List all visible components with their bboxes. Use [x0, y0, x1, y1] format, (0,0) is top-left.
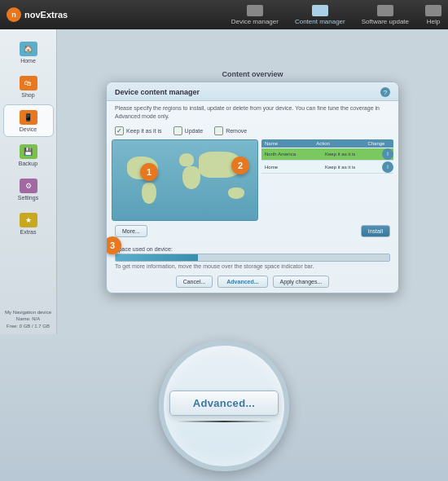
sidebar-settings-label: Settings	[18, 195, 38, 201]
callout-1: 1	[140, 163, 158, 181]
land-australia	[228, 188, 244, 199]
sidebar-extras-label: Extras	[20, 229, 37, 235]
callout-2: 2	[231, 157, 249, 174]
top-button-row: More... Install	[107, 223, 398, 240]
sidebar-item-settings[interactable]: ⚙ Settings	[3, 173, 54, 205]
backup-icon: 💾	[20, 144, 37, 159]
sidebar-home-label: Home	[20, 58, 36, 64]
device-icon: 📱	[20, 110, 37, 125]
dialog-subtitle: Please specify the regions to install, u…	[107, 101, 398, 124]
logo-icon: n	[7, 7, 21, 22]
nav-device-label: Device manager	[231, 18, 279, 25]
update-checkbox[interactable]	[173, 126, 182, 135]
update-label: Update	[185, 128, 204, 134]
remove-label: Remove	[226, 128, 247, 134]
space-bar-background	[115, 254, 390, 262]
nav-help-label: Help	[427, 18, 440, 25]
keep-label: Keep it as it is	[126, 128, 162, 134]
table-row: North America Keep it as it is i	[261, 148, 393, 161]
device-manager-icon	[247, 5, 263, 16]
app-name: novExtras	[24, 10, 68, 20]
magnifier-circle: Advanced...	[159, 341, 289, 471]
land-south-america	[142, 183, 156, 204]
software-update-icon	[377, 5, 393, 16]
col-change: Change	[364, 139, 393, 148]
cancel-button[interactable]: Cancel...	[176, 276, 213, 288]
more-button[interactable]: More...	[115, 225, 147, 237]
sidebar: 🏠 Home 🛍 Shop 📱 Device 💾 Backup ⚙ Settin…	[0, 29, 57, 334]
checkbox-row: Keep it as it is Update Remove	[107, 124, 398, 138]
help-icon	[425, 5, 441, 16]
shop-icon: 🛍	[20, 76, 37, 90]
install-button[interactable]: Install	[361, 225, 390, 237]
sidebar-item-shop[interactable]: 🛍 Shop	[3, 70, 54, 103]
checkbox-remove[interactable]: Remove	[214, 126, 247, 135]
sidebar-backup-label: Backup	[19, 161, 37, 166]
dialog-header: Device content manager ?	[107, 82, 398, 101]
nav-item-software-update[interactable]: Software update	[362, 5, 409, 25]
regions-table: Name Action Change North America Keep it…	[261, 139, 393, 221]
settings-icon: ⚙	[20, 179, 37, 193]
nav-content-label: Content manager	[295, 18, 345, 25]
row1-name: North America	[261, 150, 322, 158]
col-name: Name	[261, 139, 313, 148]
dialog-title: Device content manager	[115, 88, 200, 96]
sidebar-item-device[interactable]: 📱 Device	[3, 104, 54, 137]
device-info-title: My Navigation device	[5, 309, 51, 316]
keep-checkbox[interactable]	[115, 126, 124, 135]
home-icon: 🏠	[20, 42, 37, 56]
content-area: Content overview Device content manager …	[57, 29, 448, 334]
checkbox-update[interactable]: Update	[173, 126, 204, 135]
space-info: To get more information, move the mouse …	[115, 263, 390, 269]
row2-info-icon[interactable]: i	[382, 161, 393, 173]
space-label: Space used on device:	[115, 246, 390, 252]
device-info-line2: Free: 0 GB / 1.7 GB	[5, 323, 51, 329]
content-title: Content overview	[222, 70, 283, 78]
device-content-manager-dialog: Device content manager ? Please specify …	[106, 82, 399, 293]
col-action: Action	[313, 139, 364, 148]
magnified-advanced-button[interactable]: Advanced...	[169, 391, 279, 416]
table-header: Name Action Change	[261, 139, 393, 148]
sidebar-item-backup[interactable]: 💾 Backup	[3, 139, 54, 171]
row1-info-icon[interactable]: i	[382, 148, 393, 160]
row2-name: Home	[261, 163, 322, 171]
callout-3-wrapper: 3	[115, 243, 390, 246]
app-logo: n novExtras	[7, 7, 68, 22]
nav-software-label: Software update	[362, 18, 409, 25]
help-button[interactable]: ?	[380, 87, 390, 97]
row1-action: Keep it as it is	[322, 150, 382, 158]
magnified-separator	[176, 421, 272, 422]
top-navigation: n novExtras Device manager Content manag…	[0, 0, 448, 29]
device-info: My Navigation device Name: N/A Free: 0 G…	[2, 304, 55, 334]
magnified-section: Advanced...	[0, 334, 448, 481]
sidebar-item-home[interactable]: 🏠 Home	[3, 36, 54, 68]
nav-item-content-manager[interactable]: Content manager	[295, 5, 345, 25]
bottom-button-row: Cancel... Advanced... Apply changes...	[107, 272, 398, 293]
apply-changes-button[interactable]: Apply changes...	[273, 276, 330, 288]
table-row: Home Keep it as it is i	[261, 161, 393, 174]
content-manager-icon	[312, 5, 328, 16]
row2-action: Keep it as it is	[322, 163, 382, 171]
sidebar-shop-label: Shop	[21, 92, 34, 98]
space-section: 3 Space used on device: To get more info…	[107, 240, 398, 272]
nav-item-device-manager[interactable]: Device manager	[231, 5, 279, 25]
map-table-row: 1 2 Name Action Change North America Kee…	[107, 138, 398, 223]
sidebar-item-extras[interactable]: ★ Extras	[3, 207, 54, 240]
extras-icon: ★	[20, 213, 37, 227]
nav-item-help[interactable]: Help	[425, 5, 441, 25]
land-europe	[179, 153, 194, 166]
top-nav-items: Device manager Content manager Software …	[231, 5, 441, 25]
space-bar-fill	[116, 254, 198, 261]
land-africa	[182, 166, 200, 189]
remove-checkbox[interactable]	[214, 126, 223, 135]
sidebar-device-label: Device	[20, 126, 37, 132]
main-area: 🏠 Home 🛍 Shop 📱 Device 💾 Backup ⚙ Settin…	[0, 29, 448, 334]
device-info-line1: Name: N/A	[5, 316, 51, 322]
checkbox-keep[interactable]: Keep it as it is	[115, 126, 162, 135]
world-map: 1 2	[112, 139, 258, 221]
advanced-button[interactable]: Advanced...	[217, 276, 267, 288]
